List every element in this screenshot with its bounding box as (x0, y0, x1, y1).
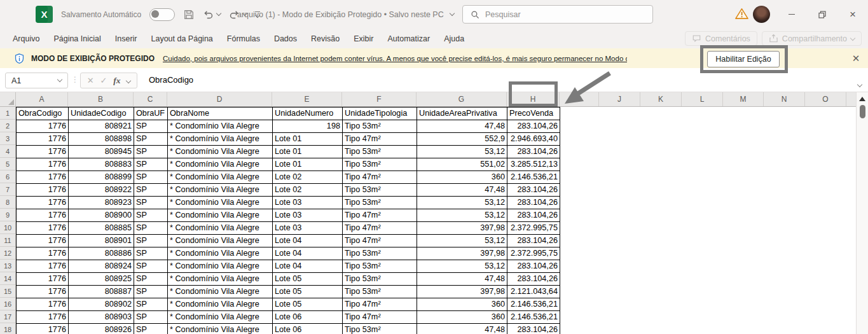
cell[interactable]: 808926 (69, 324, 134, 334)
cell[interactable]: SP (134, 273, 168, 286)
cell[interactable]: Tipo 53m² (343, 146, 417, 158)
minimize-button[interactable] (781, 0, 803, 29)
cell[interactable]: * Condomínio Vila Alegre (168, 260, 273, 273)
cell[interactable]: Tipo 47m² (343, 133, 417, 146)
cell[interactable]: * Condomínio Vila Alegre (168, 273, 273, 286)
cell[interactable]: Lote 04 (273, 235, 343, 247)
column-header-I[interactable]: I (560, 92, 599, 106)
cell[interactable]: Tipo 47m² (343, 311, 417, 324)
column-header-E[interactable]: E (272, 92, 342, 106)
cell[interactable]: SP (134, 222, 168, 235)
cell[interactable]: 1776 (17, 222, 69, 235)
column-header-F[interactable]: F (342, 92, 417, 106)
cell[interactable]: 808900 (69, 209, 134, 222)
column-header-K[interactable]: K (640, 92, 682, 106)
cell[interactable]: * Condomínio Vila Alegre (168, 133, 273, 146)
cell[interactable]: 283.104,26 (507, 235, 560, 247)
cell[interactable]: Tipo 47m² (343, 235, 417, 247)
cell[interactable]: 808901 (69, 235, 134, 247)
cell[interactable]: 1776 (17, 120, 69, 133)
cell[interactable]: 552,9 (417, 133, 507, 146)
row-header-16[interactable]: 16 (0, 298, 15, 310)
cell[interactable]: * Condomínio Vila Alegre (168, 171, 273, 184)
row-header-9[interactable]: 9 (0, 209, 15, 221)
tab-ajuda[interactable]: Ajuda (437, 34, 471, 43)
cell[interactable]: 360 (417, 298, 507, 311)
cell[interactable]: Tipo 53m² (343, 184, 417, 197)
cell[interactable]: 1776 (17, 260, 69, 273)
cell[interactable]: 47,48 (417, 184, 507, 197)
cell[interactable]: * Condomínio Vila Alegre (168, 197, 273, 209)
cell[interactable]: SP (134, 171, 168, 184)
column-header-L[interactable]: L (682, 92, 723, 106)
cell[interactable]: UnidadeAreaPrivativa (417, 108, 507, 120)
cell[interactable]: SP (134, 146, 168, 158)
cell[interactable]: Lote 01 (273, 146, 343, 158)
cell[interactable]: SP (134, 235, 168, 247)
cell[interactable]: UnidadeTipologia (343, 108, 417, 120)
cell[interactable]: Lote 01 (273, 158, 343, 171)
cell[interactable]: 53,12 (417, 197, 507, 209)
protected-view-message-link[interactable]: Cuidado, pois arquivos provenientes da I… (163, 55, 627, 62)
cell[interactable]: * Condomínio Vila Alegre (168, 311, 273, 324)
tab-formulas[interactable]: Fórmulas (220, 34, 267, 43)
cell[interactable]: 283.104,26 (507, 209, 560, 222)
undo-dropdown-chevron-icon[interactable] (216, 11, 221, 16)
cell[interactable]: 1776 (17, 311, 69, 324)
cell[interactable]: SP (134, 133, 168, 146)
cell[interactable]: SP (134, 298, 168, 311)
cell[interactable]: 283.104,26 (507, 146, 560, 158)
cell[interactable]: 53,12 (417, 146, 507, 158)
cell[interactable]: 808885 (69, 222, 134, 235)
cell[interactable]: 198 (273, 120, 343, 133)
cell[interactable]: Tipo 53m² (343, 286, 417, 298)
cell[interactable]: 808898 (69, 133, 134, 146)
scrollbar-thumb[interactable] (860, 105, 865, 118)
row-header-15[interactable]: 15 (0, 285, 15, 298)
cell[interactable]: 1776 (17, 235, 69, 247)
cell[interactable]: Tipo 47m² (343, 298, 417, 311)
cell[interactable]: SP (134, 184, 168, 197)
cell[interactable]: ObraUF (134, 108, 168, 120)
column-header-G[interactable]: G (417, 92, 507, 106)
row-header-7[interactable]: 7 (0, 183, 15, 196)
cell[interactable]: 53,12 (417, 209, 507, 222)
cell[interactable]: Tipo 53m² (343, 260, 417, 273)
cell[interactable]: 2.146.536,21 (507, 298, 560, 311)
cell[interactable]: 1776 (17, 197, 69, 209)
cell[interactable]: UnidadeCodigo (69, 108, 134, 120)
cell[interactable]: 1776 (17, 209, 69, 222)
cell[interactable]: Lote 04 (273, 260, 343, 273)
select-all-corner[interactable] (0, 92, 16, 106)
cell[interactable]: 1776 (17, 273, 69, 286)
row-header-12[interactable]: 12 (0, 247, 15, 260)
cell[interactable]: 1776 (17, 171, 69, 184)
cell[interactable]: 808924 (69, 260, 134, 273)
search-input[interactable]: Pesquisar (462, 5, 653, 24)
cell[interactable]: 808903 (69, 311, 134, 324)
cell[interactable]: 283.104,26 (507, 120, 560, 133)
row-header-3[interactable]: 3 (0, 132, 15, 145)
document-title-dropdown[interactable]: arquivo (1) - Modo de Exibição Protegido… (237, 0, 454, 29)
cell[interactable]: 1776 (17, 324, 69, 334)
cell[interactable]: Tipo 53m² (343, 324, 417, 334)
cell[interactable]: 2.946.693,40 (507, 133, 560, 146)
tab-arquivo[interactable]: Arquivo (6, 34, 46, 43)
cancel-icon[interactable]: ✕ (87, 76, 94, 85)
cell[interactable]: 1776 (17, 184, 69, 197)
close-window-button[interactable]: × (842, 0, 864, 29)
undo-button[interactable] (203, 9, 221, 20)
cell[interactable]: 1776 (17, 158, 69, 171)
cell[interactable]: * Condomínio Vila Alegre (168, 184, 273, 197)
cell[interactable]: Lote 04 (273, 247, 343, 260)
enable-editing-button[interactable]: Habilitar Edição (707, 51, 780, 67)
cell[interactable]: 283.104,26 (507, 324, 560, 334)
cell[interactable]: 808923 (69, 197, 134, 209)
cell[interactable]: 47,48 (417, 120, 507, 133)
insert-function-icon[interactable]: fx (113, 76, 120, 86)
column-header-O[interactable]: O (805, 92, 846, 106)
cell[interactable]: PrecoVenda (507, 108, 560, 120)
tab-layout-da-pagina[interactable]: Layout da Página (144, 34, 219, 43)
cell[interactable]: * Condomínio Vila Alegre (168, 286, 273, 298)
tab-revisao[interactable]: Revisão (304, 34, 347, 43)
